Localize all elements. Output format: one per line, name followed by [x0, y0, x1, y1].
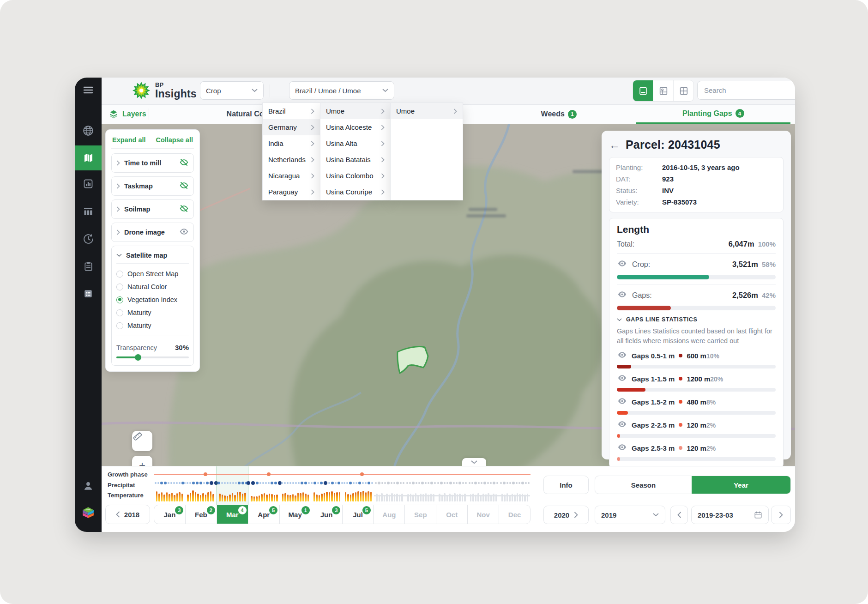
location-breadcrumb-select[interactable]: Brazil / Umoe / Umoe: [289, 81, 394, 100]
menu-mill-usina-batatais[interactable]: Usina Batatais: [320, 151, 390, 168]
hamburger-menu-button[interactable]: [75, 80, 102, 100]
basemap-option-natural-color[interactable]: Natural Color: [116, 280, 189, 293]
crop-select[interactable]: Crop: [200, 81, 264, 100]
radio-button[interactable]: [116, 296, 123, 303]
layer-group-soilmap[interactable]: Soilmap: [111, 199, 194, 219]
basemap-option-label: Open Street Map: [127, 270, 178, 278]
layers-toggle[interactable]: Layers: [108, 104, 146, 124]
prev-year-button[interactable]: 2018: [105, 505, 150, 524]
timeline-collapse-button[interactable]: [462, 458, 486, 466]
year-button[interactable]: Year: [692, 476, 790, 494]
date-next-button[interactable]: [771, 506, 791, 524]
basemap-option-maturity[interactable]: Maturity: [116, 319, 189, 332]
month-jan[interactable]: Jan3: [154, 505, 186, 524]
month-jul[interactable]: Jul5: [343, 505, 374, 524]
gaps-stat-visibility-toggle[interactable]: [617, 419, 627, 431]
chevron-right-icon: [381, 189, 385, 195]
sidebar-item-globe[interactable]: [75, 121, 102, 141]
month-dec[interactable]: Dec: [499, 505, 530, 524]
user-profile-button[interactable]: [75, 476, 102, 496]
next-year-button[interactable]: 2020: [543, 506, 589, 524]
collapse-all-link[interactable]: Collapse all: [156, 136, 193, 144]
season-button[interactable]: Season: [595, 476, 692, 494]
year-select[interactable]: 2019: [595, 506, 665, 524]
tab-planting-gaps[interactable]: Planting Gaps4: [636, 104, 791, 124]
month-aug[interactable]: Aug: [374, 505, 405, 524]
layer-hidden-toggle[interactable]: [179, 204, 189, 215]
radio-button[interactable]: [116, 309, 123, 316]
measure-tool-button[interactable]: [132, 431, 152, 451]
menu-mill-usina-colombo[interactable]: Usina Colombo: [320, 168, 390, 184]
menu-country-india[interactable]: India: [263, 135, 320, 151]
expand-all-link[interactable]: Expand all: [112, 136, 146, 144]
menu-mill-umoe[interactable]: Umoe: [320, 103, 390, 119]
gaps-stat-label: Gaps 0.5-1 m: [632, 352, 675, 360]
chevron-right-icon: [311, 141, 314, 146]
back-button[interactable]: ←: [609, 139, 620, 151]
sidebar-item-history[interactable]: [75, 229, 102, 249]
sidebar-item-reports[interactable]: [75, 284, 102, 304]
info-label: Status:: [616, 185, 662, 196]
radio-button[interactable]: [116, 284, 123, 290]
layer-group-taskmap[interactable]: Taskmap: [111, 176, 194, 196]
year-label: Year: [734, 481, 748, 489]
gaps-visibility-toggle[interactable]: [617, 289, 627, 302]
gaps-stat-visibility-toggle[interactable]: [617, 373, 627, 385]
gaps-stat-visibility-toggle[interactable]: [617, 350, 627, 362]
gaps-stat-gaps-2-5-3-m: Gaps 2.5-3 m120 m2%: [617, 442, 776, 461]
chevron-right-icon: [311, 157, 314, 163]
month-jun[interactable]: Jun3: [311, 505, 343, 524]
gaps-stats-header[interactable]: GAPS LINE STATISTICS: [617, 316, 776, 323]
layer-visible-toggle[interactable]: [179, 227, 189, 238]
layout-map-detail-button[interactable]: [653, 80, 674, 101]
sidebar-item-columns[interactable]: [75, 201, 102, 222]
menu-country-germany[interactable]: Germany: [263, 119, 320, 135]
menu-mill-usina-coruripe[interactable]: Usina Coruripe: [320, 184, 390, 200]
menu-country-paraguay[interactable]: Paraguay: [263, 184, 320, 200]
tab-weeds[interactable]: Weeds1: [482, 104, 636, 124]
menu-country-netherlands[interactable]: Netherlands: [263, 151, 320, 168]
search-input[interactable]: [703, 86, 795, 95]
basemap-option-maturity[interactable]: Maturity: [116, 306, 189, 319]
layer-group-drone-image[interactable]: Drone image: [111, 223, 194, 242]
month-feb[interactable]: Feb2: [186, 505, 217, 524]
radio-button[interactable]: [116, 322, 123, 329]
sidebar-item-map-active[interactable]: [75, 145, 102, 170]
radio-button[interactable]: [116, 271, 123, 278]
month-sep[interactable]: Sep: [405, 505, 436, 524]
menu-farm-umoe[interactable]: Umoe: [391, 103, 463, 119]
basemap-option-vegetation-index[interactable]: Vegetation Index: [116, 293, 189, 306]
precipitation-dots: [154, 481, 185, 485]
month-apr[interactable]: Apr5: [248, 505, 280, 524]
layer-group-time-to-mill[interactable]: Time to mill: [111, 153, 194, 173]
layer-hidden-toggle[interactable]: [179, 181, 189, 192]
info-button[interactable]: Info: [543, 476, 589, 494]
company-cube-logo[interactable]: [75, 502, 102, 523]
month-mar[interactable]: Mar4: [217, 505, 248, 524]
menu-country-nicaragua[interactable]: Nicaragua: [263, 168, 320, 184]
menu-country-brazil[interactable]: Brazil: [263, 103, 320, 119]
sidebar-item-tasks[interactable]: [75, 256, 102, 276]
month-oct[interactable]: Oct: [436, 505, 468, 524]
basemap-option-open-street-map[interactable]: Open Street Map: [116, 267, 189, 280]
crop-visibility-toggle[interactable]: [617, 258, 627, 271]
menu-mill-usina-alta[interactable]: Usina Alta: [320, 135, 390, 151]
month-nov[interactable]: Nov: [468, 505, 499, 524]
slider-thumb[interactable]: [135, 354, 141, 361]
gaps-stat-color-dot: [679, 446, 682, 450]
gaps-stat-visibility-toggle[interactable]: [617, 396, 627, 408]
date-prev-button[interactable]: [670, 506, 688, 524]
date-field[interactable]: 2019-23-03: [691, 506, 769, 524]
menu-mill-usina-alcoeste[interactable]: Usina Alcoeste: [320, 119, 390, 135]
layer-hidden-toggle[interactable]: [179, 157, 189, 169]
layout-map-timeline-button[interactable]: [633, 80, 653, 101]
satellite-map-header[interactable]: Satellite map: [116, 251, 189, 263]
month-may[interactable]: May1: [280, 505, 311, 524]
gaps-value: 2,526m: [732, 291, 758, 300]
layout-grid-button[interactable]: [674, 80, 693, 101]
gaps-stat-visibility-toggle[interactable]: [617, 442, 627, 454]
chevron-right-icon: [116, 230, 120, 235]
chevron-down-icon: [471, 460, 477, 464]
transparency-slider[interactable]: [116, 354, 189, 361]
sidebar-item-analytics[interactable]: [75, 174, 102, 194]
